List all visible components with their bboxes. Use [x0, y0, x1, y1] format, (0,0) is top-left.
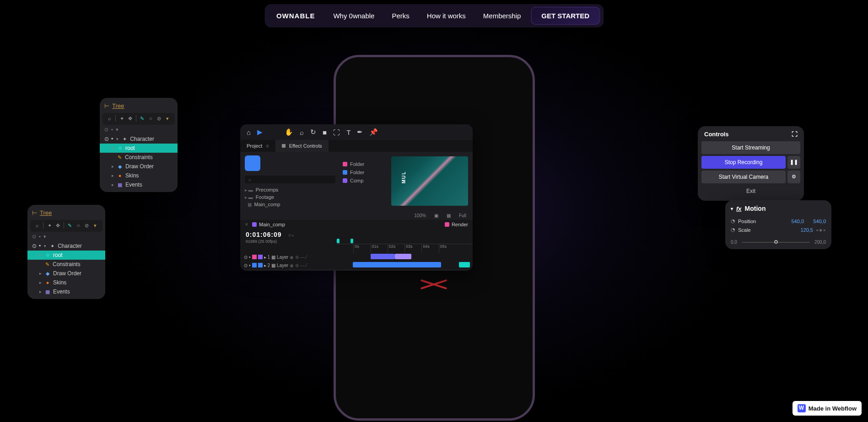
slider-knob[interactable]	[774, 240, 778, 244]
folder-precomps[interactable]: ▸ ▬Precomps	[245, 186, 335, 193]
home-icon[interactable]: ⌂	[247, 128, 251, 136]
camera-icon[interactable]: ▣	[434, 213, 438, 218]
effects-tab[interactable]: Effect Controls	[275, 140, 329, 152]
video-editor-panel: ⌂ ▶ ✋ ⌕ ↻ ■ ⛶ T ✒ 📌 Project≡ Effect Cont…	[240, 124, 473, 271]
fx-icon: fx	[736, 205, 742, 212]
pen-icon[interactable]: ✎	[139, 115, 146, 122]
controls-title: Controls	[704, 131, 728, 138]
tree-meta: ⊙•▾	[100, 125, 178, 134]
label-comp: Comp	[343, 176, 369, 185]
pause-button[interactable]: ❚❚	[787, 156, 800, 169]
controls-panel: Controls⛶ Start Streaming Stop Recording…	[698, 126, 804, 201]
grid-icon[interactable]: ▦	[447, 213, 451, 218]
timecode: 0:01:06:09	[246, 231, 282, 238]
settings-button[interactable]: ⚙	[787, 171, 800, 183]
tree-header: ⊢Tree	[27, 209, 105, 220]
webflow-badge[interactable]: Made in Webflow	[793, 401, 862, 416]
nav-why[interactable]: Why 0wnable	[326, 7, 382, 24]
stopwatch-icon[interactable]: ◔	[731, 227, 738, 233]
get-started-button[interactable]: GET STARTED	[531, 7, 600, 25]
search-icon[interactable]: ⌕▸	[288, 231, 295, 238]
link-icon[interactable]: ⊘	[156, 115, 162, 122]
fit-value[interactable]: Full	[459, 213, 466, 218]
time-ruler[interactable]: 0s01s02s03s04s05s	[336, 244, 473, 253]
move-icon[interactable]: ✥	[54, 222, 61, 229]
zoom-icon[interactable]: ⌕	[300, 128, 304, 136]
tree-panel-1: ⊢Tree ⌕ ✦ ✥ ✎ ○ ⊘ ▾ ⊙•▾ ⊙•▾✦Character ▸✥…	[100, 98, 178, 192]
zoom-value[interactable]: 100%	[414, 213, 426, 218]
nav-membership[interactable]: Membership	[476, 7, 528, 24]
search-input[interactable]: ⌕	[245, 176, 335, 183]
pin-icon[interactable]: 📌	[369, 128, 378, 136]
search-icon[interactable]: ⌕	[34, 222, 41, 229]
scale-row: ◔ Scale 120,5 ◂ ◆ ▸	[731, 225, 826, 234]
folder-main[interactable]: ▦Main_comp	[245, 201, 335, 208]
chevron-down-icon[interactable]: ▾	[731, 206, 733, 211]
tree-panel-2: ⊢Tree ⌕ ✦ ✥ ✎ ○ ⊘ ▾ ⊙•▾ ⊙•▾✦Character ▸✥…	[27, 205, 105, 299]
tree-item-events[interactable]: ▸▦Events	[100, 180, 178, 189]
timeline-tab-main[interactable]: Main_comp	[252, 222, 285, 227]
nav-perks[interactable]: Perks	[384, 7, 416, 24]
cursor-icon[interactable]: ▶	[257, 128, 263, 136]
keyframe-nav[interactable]: ◂ ◆ ▸	[813, 228, 826, 232]
layer-row-2[interactable]: ⊙•▸2▦Layer◉ ⊕ — ∕	[240, 261, 473, 269]
eye-icon[interactable]: ⊙	[104, 127, 108, 133]
tree-item-constraints[interactable]: ✎Constraints	[27, 260, 105, 269]
position-row: ◔ Position 540,0 540,0	[731, 217, 826, 225]
tree-item-constraints[interactable]: ✎Constraints	[100, 153, 178, 162]
stop-recording-button[interactable]: Stop Recording	[701, 156, 786, 169]
tree-item-draw-order[interactable]: ▸◆Draw Order	[100, 162, 178, 171]
pen-icon[interactable]: ✒	[357, 128, 363, 136]
camera-icon[interactable]: ■	[323, 128, 327, 136]
text-icon[interactable]: T	[346, 128, 350, 136]
project-tab[interactable]: Project≡	[240, 140, 275, 152]
stopwatch-icon[interactable]: ◔	[731, 218, 738, 224]
tree-title: Tree	[40, 209, 52, 216]
timeline-tab-render[interactable]: Render	[445, 222, 468, 227]
start-vcam-button[interactable]: Start Virtual Camera	[701, 171, 786, 183]
tree-title: Tree	[112, 102, 124, 109]
tree-item-character[interactable]: ⊙•▾✦Character	[100, 134, 178, 144]
zoom-bar: 100% ▣ ▦ Full	[240, 211, 473, 220]
position-x[interactable]: 540,0	[782, 219, 804, 224]
motion-slider[interactable]: 0,0 200,0	[731, 234, 826, 245]
navbar: OWNABLE Why 0wnable Perks How it works M…	[264, 4, 604, 27]
exit-button[interactable]: Exit	[701, 185, 800, 197]
crop-icon[interactable]: ⛶	[333, 128, 340, 136]
plus-icon[interactable]: ✦	[46, 222, 53, 229]
scale-value[interactable]: 120,5	[791, 227, 813, 233]
tree-item-root[interactable]: ▸✥root	[27, 251, 105, 260]
hand-icon[interactable]: ✋	[285, 128, 293, 136]
logo[interactable]: OWNABLE	[268, 12, 323, 20]
tree-item-skins[interactable]: ▸●Skins	[100, 171, 178, 180]
editor-toolbar: ⌂ ▶ ✋ ⌕ ↻ ■ ⛶ T ✒ 📌	[240, 124, 473, 140]
filter-icon[interactable]: ▾	[164, 115, 171, 122]
rotate-icon[interactable]: ↻	[310, 128, 316, 136]
position-y[interactable]: 540,0	[804, 219, 826, 224]
tree-item-character[interactable]: ⊙•▾✦Character	[27, 241, 105, 251]
tree-item-events[interactable]: ▸▦Events	[27, 287, 105, 296]
dot-icon: •	[111, 127, 113, 133]
plus-icon[interactable]: ✦	[118, 115, 125, 122]
nav-how[interactable]: How it works	[420, 7, 473, 24]
expand-icon[interactable]: ⛶	[792, 131, 798, 138]
tree-meta: ⊙•▾	[27, 232, 105, 241]
circle-icon[interactable]: ○	[147, 115, 154, 122]
close-icon[interactable]: ✕	[245, 222, 248, 227]
start-streaming-button[interactable]: Start Streaming	[701, 141, 800, 154]
folder-footage[interactable]: ▸ ▬Footage	[245, 193, 335, 201]
thumbnail[interactable]	[245, 155, 260, 171]
search-icon[interactable]: ⌕	[106, 115, 113, 122]
circle-icon[interactable]: ○	[75, 222, 82, 229]
filter-icon[interactable]: ▾	[92, 222, 99, 229]
tree-item-draw-order[interactable]: ▸◆Draw Order	[27, 269, 105, 278]
label-folder-2: Folder	[343, 168, 369, 176]
tree-item-root[interactable]: ▸✥root	[100, 144, 178, 153]
link-icon[interactable]: ⊘	[83, 222, 90, 229]
pen-icon[interactable]: ✎	[66, 222, 73, 229]
move-icon[interactable]: ✥	[127, 115, 134, 122]
tree-item-skins[interactable]: ▸●Skins	[27, 278, 105, 287]
tree-header: ⊢Tree	[100, 102, 178, 113]
layer-row-1[interactable]: ⊙•▸1▦Layer◉ ⊕ — ∕	[240, 253, 473, 261]
eye-icon[interactable]: ⊙	[32, 234, 36, 240]
